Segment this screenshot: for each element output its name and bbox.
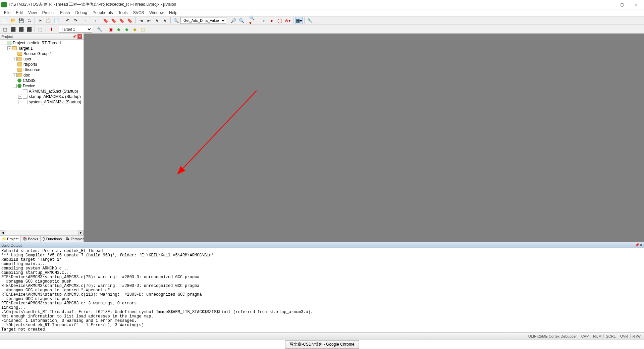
nav-forward-icon[interactable]: → [91,17,98,24]
redo-icon[interactable]: ↷ [72,17,79,24]
manage-rte-icon[interactable]: ◆ [115,26,122,33]
tree-toggle-icon[interactable]: - [7,46,11,50]
window-icon[interactable]: ▦▾ [295,17,303,24]
tree-toggle-icon[interactable]: + [18,100,22,104]
options-target-icon[interactable]: 🔧 [96,26,103,33]
tree-node[interactable]: +user [0,56,84,62]
build-icon[interactable]: ⬛ [9,26,17,33]
manage-mpu-icon[interactable]: ⬚ [139,26,147,33]
menu-svcs[interactable]: SVCS [130,10,147,16]
minimize-button[interactable]: — [601,1,614,9]
nav-back-icon[interactable]: ← [83,17,90,24]
bookmark-prev-icon[interactable]: 🔖 [110,17,117,24]
tree-node[interactable]: -Device [0,83,84,89]
tree-label: Device [23,84,35,88]
status-num: NUM [591,334,603,338]
panel-close-icon[interactable]: ✕ [77,34,82,39]
menu-view[interactable]: View [25,10,40,16]
save-icon[interactable]: 💾 [17,17,25,24]
scroll-right-icon[interactable]: ▶ [78,231,84,235]
taskbar-item[interactable]: 写文章-CSDN博客 - Google Chrome [285,340,359,349]
project-panel-tabs: 📁Project📚Books{}Functions0▸Templates [0,235,84,242]
build-panel-pin-icon[interactable]: 📌 [635,243,640,247]
new-file-icon[interactable]: 📄 [1,17,9,24]
tree-node[interactable]: -Target 1 [0,46,84,51]
tree-toggle-icon[interactable]: + [13,73,17,77]
panel-tab-project[interactable]: 📁Project [0,236,21,242]
bookmark-next-icon[interactable]: 🔖 [118,17,125,24]
bookmark-clear-icon[interactable]: 🔖 [126,17,133,24]
select-pack-icon[interactable]: ◆ [123,26,130,33]
tree-toggle-icon[interactable]: - [13,84,17,88]
app-icon [1,2,7,7]
menu-project[interactable]: Project [40,10,57,16]
menu-peripherals[interactable]: Peripherals [90,10,116,16]
folder-icon [17,57,22,61]
open-file-icon[interactable]: 📂 [9,17,17,24]
paste-icon[interactable]: 📄 [53,17,60,24]
copy-icon[interactable]: 📋 [45,17,52,24]
stop-build-icon[interactable]: ⬚ [37,26,44,33]
build-panel-close-icon[interactable]: ✕ [640,243,643,247]
tree-node[interactable]: rtt/ports [0,62,84,67]
breakpoint-insert-icon[interactable]: ● [260,17,267,24]
project-tree[interactable]: -Project: cedtek_RT-Thread-Target 1Sourc… [0,40,84,230]
breakpoint-enable-icon[interactable]: ● [268,17,275,24]
breakpoint-disable-icon[interactable]: ◯ [276,17,283,24]
cut-icon[interactable]: ✂ [37,17,44,24]
menu-debug[interactable]: Debug [73,10,90,16]
breakpoint-kill-icon[interactable]: ⊗▾ [284,17,291,24]
indent-icon[interactable]: ⇥ [137,17,145,24]
translate-icon[interactable]: ⬚ [1,26,9,33]
configure-icon[interactable]: 🔧 [306,17,314,24]
find-combo[interactable]: Get_Adc_Dma_Value [180,17,226,24]
rebuild-icon[interactable]: ⬛ [17,26,25,33]
menu-tools[interactable]: Tools [116,10,130,16]
tree-node[interactable]: -Project: cedtek_RT-Thread [0,40,84,46]
batch-build-icon[interactable]: ⬛ [25,26,33,33]
panel-tab-functions[interactable]: {}Functions [41,236,64,242]
scroll-left-icon[interactable]: ◀ [0,231,5,235]
project-horizontal-scrollbar[interactable]: ◀ ▶ [0,230,84,235]
outdent-icon[interactable]: ⇤ [145,17,153,24]
file-ext-icon[interactable]: ▣ [107,26,114,33]
tree-label: user [23,57,31,61]
find-in-files-icon[interactable]: 🔎 [230,17,237,24]
tree-node[interactable]: ARMCM3_ac5.sct (Startup) [0,89,84,94]
menu-help[interactable]: Help [166,10,180,16]
undo-icon[interactable]: ↶ [64,17,71,24]
menu-flash[interactable]: Flash [57,10,72,16]
menu-file[interactable]: File [1,10,13,16]
menu-edit[interactable]: Edit [13,10,25,16]
target-combo[interactable]: Target 1 [59,26,92,33]
tree-label: rtt/source [23,67,40,72]
tree-node[interactable]: rtt/source [0,67,84,72]
download-icon[interactable]: ⬇ [48,26,55,33]
status-rw: R /W [630,334,643,338]
comment-icon[interactable]: // [153,17,161,24]
tree-toggle-icon[interactable]: - [2,41,6,45]
maximize-button[interactable]: ▢ [615,1,629,9]
panel-pin-icon[interactable]: 📌 [72,34,77,39]
panel-tab-books[interactable]: 📚Books [21,236,41,242]
folder-icon [17,62,22,66]
bookmark-icon[interactable]: 🔖 [102,17,109,24]
tree-node[interactable]: +system_ARMCM3.c (Startup) [0,99,84,105]
tree-toggle-icon[interactable]: + [18,95,22,99]
find-icon[interactable]: 🔍 [172,17,180,24]
tree-toggle-icon[interactable]: + [13,57,17,61]
statusbar: ULINK2/ME Cortex Debugger CAPNUMSCRLOVRR… [0,332,644,340]
save-all-icon[interactable]: 🗂 [25,17,33,24]
build-output-text[interactable]: Rebuild started: Project: cedtek_RT-Thre… [0,248,644,332]
pack-installer-icon[interactable]: ◆ [131,26,139,33]
tree-node[interactable]: +startup_ARMCM3.c (Startup) [0,94,84,99]
tree-node[interactable]: +doc [0,72,84,78]
debug-icon[interactable]: 🔍▾ [249,17,256,24]
close-button[interactable]: ✕ [629,1,643,9]
tree-node[interactable]: CMSIS [0,78,84,83]
menu-window[interactable]: Window [147,10,166,16]
tree-node[interactable]: Source Group 1 [0,51,84,56]
incremental-find-icon[interactable]: 🔍 [238,17,245,24]
uncomment-icon[interactable]: // [161,17,169,24]
status-ovr: OVR [618,334,630,338]
